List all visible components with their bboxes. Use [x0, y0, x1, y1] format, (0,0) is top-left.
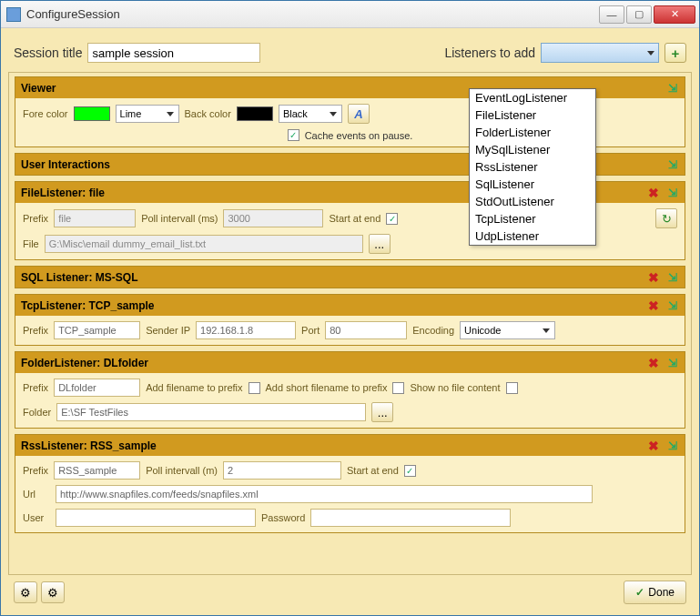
- folder-addfn-label: Add filename to prefix: [146, 382, 242, 393]
- rss-password-input[interactable]: [310, 509, 511, 527]
- dropdown-item[interactable]: FolderListener: [470, 124, 595, 141]
- rsslistener-header-label: RssListener: RSS_sample: [21, 439, 157, 452]
- client-area: Session title Listeners to add + Viewer …: [1, 28, 699, 615]
- settings-alt-button[interactable]: ⚙: [41, 581, 65, 603]
- listeners-dropdown-list[interactable]: EventLogListenerFileListenerFolderListen…: [469, 88, 596, 246]
- gear-icon: ⚙: [20, 586, 31, 600]
- dropdown-item[interactable]: EventLogListener: [470, 89, 595, 106]
- folder-addfn-checkbox[interactable]: [249, 382, 260, 394]
- folder-path-input[interactable]: [56, 403, 366, 421]
- folder-noshow-checkbox[interactable]: [506, 382, 518, 394]
- refresh-icon: ↻: [662, 212, 672, 226]
- folder-prefix-input[interactable]: [54, 379, 140, 397]
- font-button[interactable]: A: [348, 104, 370, 124]
- delete-icon[interactable]: ✖: [646, 270, 660, 284]
- folder-prefix-label: Prefix: [23, 382, 48, 393]
- delete-icon[interactable]: ✖: [646, 186, 660, 199]
- forecolor-swatch: [74, 106, 110, 121]
- cache-label: Cache events on pause.: [305, 130, 413, 141]
- forecolor-select[interactable]: Lime: [116, 105, 179, 123]
- session-title-label: Session title: [14, 45, 82, 60]
- file-start-checkbox[interactable]: ✓: [386, 213, 398, 225]
- listeners-combobox[interactable]: [541, 43, 659, 63]
- dropdown-item[interactable]: RssListener: [470, 158, 595, 176]
- rsslistener-panel: RssListener: RSS_sample✖⇲ Prefix Poll in…: [15, 434, 685, 533]
- forecolor-label: Fore color: [23, 108, 68, 119]
- done-label: Done: [648, 586, 675, 599]
- viewer-header-label: Viewer: [21, 82, 56, 95]
- dropdown-item[interactable]: StdOutListener: [470, 193, 595, 210]
- delete-icon[interactable]: ✖: [646, 356, 660, 369]
- tcp-encoding-select[interactable]: Unicode: [460, 321, 555, 339]
- dropdown-item[interactable]: TcpListener: [470, 210, 595, 227]
- delete-icon[interactable]: ✖: [646, 439, 660, 452]
- folder-browse-button[interactable]: ...: [371, 402, 393, 422]
- expand-icon[interactable]: ⇲: [665, 157, 679, 171]
- file-poll-input[interactable]: [223, 209, 323, 227]
- rss-url-label: Url: [23, 489, 50, 500]
- dropdown-item[interactable]: FileListener: [470, 106, 595, 124]
- expand-icon[interactable]: ⇲: [665, 270, 679, 284]
- configure-session-window: ConfigureSession — ▢ ✕ Session title Lis…: [0, 0, 700, 616]
- rss-start-label: Start at end: [347, 465, 399, 476]
- dropdown-item[interactable]: UdpListener: [470, 227, 595, 245]
- file-path-input[interactable]: [45, 235, 363, 253]
- rsslistener-header[interactable]: RssListener: RSS_sample✖⇲: [15, 435, 685, 456]
- collapse-icon[interactable]: ⇲: [665, 439, 679, 452]
- tcp-prefix-input[interactable]: [54, 321, 140, 339]
- tcp-sender-input[interactable]: [196, 321, 296, 339]
- folder-noshow-label: Show no file content: [410, 382, 500, 393]
- session-title-input[interactable]: [87, 43, 260, 63]
- settings-button[interactable]: ⚙: [14, 581, 37, 603]
- chevron-down-icon: [167, 112, 174, 116]
- rss-start-checkbox[interactable]: ✓: [404, 465, 416, 477]
- rss-user-input[interactable]: [56, 509, 256, 527]
- userinteractions-header-label: User Interactions: [21, 158, 110, 171]
- collapse-icon[interactable]: ⇲: [665, 298, 679, 312]
- rss-user-label: User: [23, 512, 50, 523]
- file-browse-button[interactable]: ...: [369, 234, 391, 254]
- ellipsis-icon: ...: [378, 406, 388, 419]
- folder-addsfn-checkbox[interactable]: [392, 382, 404, 394]
- file-prefix-input[interactable]: [54, 209, 136, 227]
- done-button[interactable]: ✓Done: [624, 581, 686, 604]
- file-refresh-button[interactable]: ↻: [655, 208, 677, 228]
- maximize-button[interactable]: ▢: [626, 5, 652, 24]
- top-row: Session title Listeners to add +: [8, 35, 692, 72]
- collapse-icon[interactable]: ⇲: [665, 356, 679, 369]
- rss-poll-input[interactable]: [223, 461, 341, 480]
- rss-url-input[interactable]: [56, 485, 593, 503]
- chevron-down-icon: [330, 112, 337, 116]
- dropdown-item[interactable]: SqlListener: [470, 176, 595, 193]
- collapse-icon[interactable]: ⇲: [665, 81, 679, 95]
- listeners-label: Listeners to add: [444, 45, 535, 60]
- folderlistener-header[interactable]: FolderListener: DLfolder✖⇲: [15, 352, 685, 373]
- titlebar[interactable]: ConfigureSession — ▢ ✕: [1, 1, 699, 28]
- rss-prefix-input[interactable]: [54, 461, 140, 480]
- check-icon: ✓: [635, 586, 644, 599]
- tcp-sender-label: Sender IP: [146, 325, 190, 336]
- folderlistener-panel: FolderListener: DLfolder✖⇲ Prefix Add fi…: [15, 351, 685, 429]
- rss-poll-label: Poll intervall (m): [146, 465, 218, 476]
- minimize-button[interactable]: —: [599, 5, 624, 24]
- tcplistener-header[interactable]: TcpListener: TCP_sample✖⇲: [15, 295, 685, 316]
- tcp-prefix-label: Prefix: [23, 325, 48, 336]
- app-icon: [6, 7, 21, 22]
- add-listener-button[interactable]: +: [664, 43, 686, 63]
- cache-checkbox[interactable]: ✓: [288, 129, 299, 141]
- tcp-port-label: Port: [301, 325, 320, 336]
- tcp-port-input[interactable]: [325, 321, 407, 339]
- tcplistener-header-label: TcpListener: TCP_sample: [21, 299, 154, 312]
- file-file-label: File: [23, 238, 39, 249]
- collapse-icon[interactable]: ⇲: [665, 186, 679, 199]
- rss-pwd-label: Password: [261, 512, 305, 523]
- dropdown-item[interactable]: MySqlListener: [470, 141, 595, 158]
- close-button[interactable]: ✕: [654, 5, 695, 24]
- sqllistener-header[interactable]: SQL Listener: MS-SQL✖⇲: [15, 267, 685, 288]
- delete-icon[interactable]: ✖: [646, 298, 660, 312]
- rss-prefix-label: Prefix: [23, 465, 48, 476]
- tcplistener-panel: TcpListener: TCP_sample✖⇲ Prefix Sender …: [15, 294, 685, 346]
- gear-icon: ⚙: [47, 586, 58, 600]
- sqllistener-header-label: SQL Listener: MS-SQL: [21, 271, 137, 284]
- backcolor-select[interactable]: Black: [279, 105, 342, 123]
